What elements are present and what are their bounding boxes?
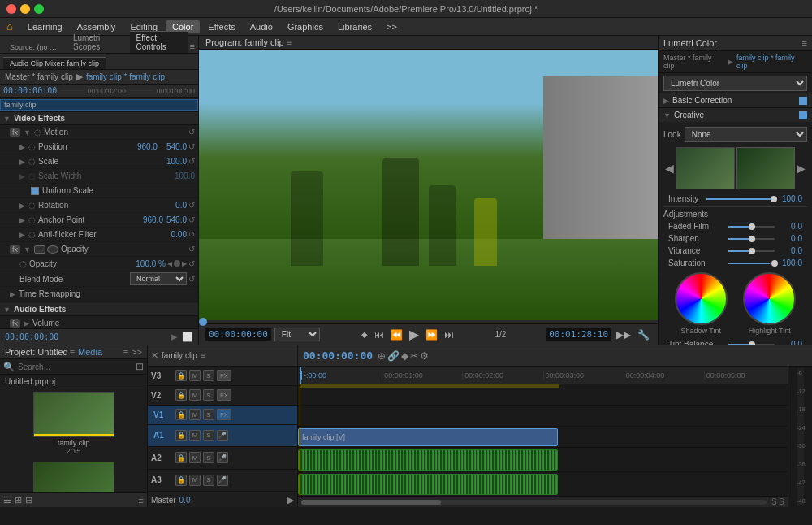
menu-effects[interactable]: Effects — [201, 20, 241, 33]
v1-lock[interactable]: 🔒 — [175, 409, 187, 420]
a3-m[interactable]: M — [189, 475, 201, 486]
step-fwd-btn[interactable]: ⏩ — [424, 329, 439, 341]
scale-width-val[interactable]: 100.0 — [175, 171, 195, 180]
a3-lock[interactable]: 🔒 — [175, 475, 187, 486]
look-next-btn[interactable]: ▶ — [795, 162, 807, 175]
basic-correction-header[interactable]: ▶ Basic Correction — [659, 93, 812, 107]
timeline-scrollbar[interactable]: S S — [298, 496, 788, 507]
timeline-close-icon[interactable]: ✕ — [151, 350, 158, 361]
icon-view-btn[interactable]: ⊞ — [15, 495, 22, 505]
razor-tool[interactable]: ✂ — [410, 350, 418, 362]
play-icon[interactable]: ▶ — [171, 332, 177, 342]
sort-btn[interactable]: ≡ — [139, 496, 144, 505]
preview-menu-icon[interactable]: ≡ — [287, 38, 292, 47]
step-back-btn[interactable]: ⏪ — [389, 329, 404, 341]
list-item[interactable]: family clip 1:28:10 — [3, 462, 144, 492]
position-x[interactable]: 960.0 — [137, 142, 158, 151]
a3-mic[interactable]: 🎤 — [217, 475, 228, 486]
minimize-button[interactable] — [20, 4, 30, 14]
menu-graphics[interactable]: Graphics — [281, 20, 330, 33]
v3-vis[interactable]: S — [203, 370, 214, 381]
freeform-btn[interactable]: ⊟ — [25, 495, 32, 505]
look-select[interactable]: None — [685, 127, 807, 142]
v2-eye[interactable]: M — [189, 389, 201, 401]
timeline-seq-menu[interactable]: ≡ — [201, 351, 205, 360]
highlight-tint-wheel[interactable] — [743, 272, 796, 325]
basic-correction-toggle[interactable] — [799, 97, 807, 105]
a1-m[interactable]: M — [189, 430, 201, 441]
add-marker-btn[interactable]: ◆ — [360, 330, 369, 339]
tab-effect-controls[interactable]: Effect Controls — [130, 31, 188, 53]
maximize-button[interactable] — [34, 4, 44, 14]
uniform-scale-check[interactable] — [31, 187, 39, 195]
v2-vis[interactable]: S — [203, 389, 214, 401]
menu-libraries[interactable]: Libraries — [331, 20, 378, 33]
lumetri-dropdown[interactable]: Lumetri Color — [663, 76, 807, 91]
close-button[interactable] — [6, 4, 16, 14]
audio-clip-a2[interactable] — [298, 474, 558, 495]
magnet-tool[interactable]: ⊕ — [378, 350, 386, 362]
menu-audio[interactable]: Audio — [244, 20, 279, 33]
lumetri-clip-link[interactable]: family clip * family clip — [736, 54, 807, 70]
tab-lumetri-scopes[interactable]: Lumetri Scopes — [67, 32, 128, 53]
stop-icon[interactable]: ⬜ — [182, 332, 193, 342]
media-label[interactable]: Media — [78, 347, 102, 357]
list-view-btn[interactable]: ☰ — [3, 495, 11, 505]
v1-eye[interactable]: M — [189, 409, 201, 420]
v2-lock[interactable]: 🔒 — [175, 389, 187, 401]
position-y[interactable]: 540.0 — [166, 142, 187, 151]
scale-val[interactable]: 100.0 — [166, 157, 187, 166]
timeline-range[interactable] — [300, 384, 559, 388]
expand-icon[interactable]: >> — [132, 347, 142, 357]
preview-more-btn[interactable]: ▶▶ — [615, 329, 633, 341]
v3-eye[interactable]: M — [189, 370, 201, 381]
a1-s[interactable]: S — [203, 430, 214, 441]
settings-tool[interactable]: ⚙ — [420, 350, 429, 362]
video-effects-expand[interactable]: ▼ — [3, 115, 11, 123]
panel-menu-icon[interactable]: ≡ — [190, 41, 195, 53]
opacity-val[interactable]: 100.0 % — [136, 259, 166, 268]
link-tool[interactable]: 🔗 — [387, 350, 400, 362]
play-btn[interactable]: ▶ — [408, 327, 421, 342]
a1-lock[interactable]: 🔒 — [175, 430, 187, 441]
blend-mode-select[interactable]: Normal — [130, 272, 187, 285]
menu-more[interactable]: >> — [380, 20, 404, 33]
tab-source[interactable]: Source: (no clips) — [3, 41, 65, 53]
audio-clip-a1[interactable] — [298, 449, 558, 471]
video-clip-block[interactable]: family clip [V] — [298, 428, 558, 446]
tab-audio-clip-mixer[interactable]: Audio Clip Mixer: family clip — [3, 57, 106, 69]
list-item[interactable]: family clip 2:15 — [3, 392, 144, 455]
v1-vis[interactable]: S — [203, 409, 214, 420]
search-input[interactable] — [18, 362, 136, 371]
grid-view-icon[interactable]: ≡ — [123, 347, 128, 357]
a3-s[interactable]: S — [203, 475, 214, 486]
creative-toggle[interactable] — [799, 111, 807, 119]
a1-mic[interactable]: 🎤 — [217, 430, 228, 441]
progress-handle[interactable] — [199, 318, 207, 326]
v1-fx[interactable]: FX — [217, 409, 231, 420]
home-icon[interactable]: ⌂ — [6, 20, 13, 33]
fit-dropdown[interactable]: Fit 100% 50% — [274, 328, 320, 341]
look-prev-btn[interactable]: ◀ — [663, 162, 676, 175]
new-bin-btn[interactable]: ⊡ — [136, 361, 144, 372]
preview-progress-bar[interactable] — [199, 320, 658, 323]
menu-learning[interactable]: Learning — [21, 20, 69, 33]
clip-header-link[interactable]: family clip * family clip — [86, 72, 165, 81]
master-arrow[interactable]: ▶ — [287, 495, 294, 505]
a2-mic[interactable]: 🎤 — [217, 452, 228, 463]
lumetri-menu[interactable]: ≡ — [802, 38, 807, 48]
back-btn[interactable]: ⏮ — [373, 329, 386, 341]
rotation-val[interactable]: 0.0 — [175, 201, 187, 210]
creative-header[interactable]: ▼ Creative — [659, 108, 812, 122]
a2-lock[interactable]: 🔒 — [175, 452, 187, 463]
fwd-btn[interactable]: ⏭ — [443, 329, 456, 341]
a2-m[interactable]: M — [189, 452, 201, 463]
v3-lock[interactable]: 🔒 — [175, 370, 187, 381]
motion-reset[interactable]: ↺ — [188, 128, 195, 137]
audio-effects-expand[interactable]: ▼ — [3, 306, 11, 314]
v2-fx[interactable]: FX — [217, 389, 231, 401]
marker-tool[interactable]: ◆ — [401, 350, 408, 362]
wrench-btn[interactable]: 🔧 — [636, 329, 651, 341]
v3-sync[interactable]: FX — [217, 370, 231, 381]
a2-s[interactable]: S — [203, 452, 214, 463]
